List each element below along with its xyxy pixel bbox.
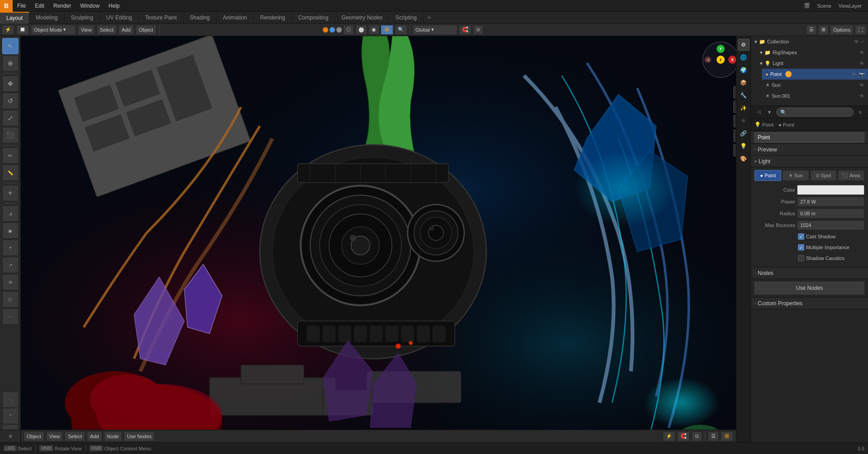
select-menu[interactable]: Select [97,25,117,35]
shading-wire[interactable]: ⬡ [343,25,354,35]
tab-scripting[interactable]: Scripting [389,12,424,24]
light-type-sun[interactable]: ☀ Sun [782,170,809,181]
props-icon-constraints[interactable]: 🔗 [738,128,750,139]
extra-tool-3[interactable]: ⌖ [2,240,19,256]
gizmo-neg-x-axis[interactable]: -X [705,57,711,63]
tab-sculpting[interactable]: Sculpting [65,12,100,24]
left-bottom-btn[interactable]: ⊕ [0,430,21,442]
rotate-tool-btn[interactable]: ↺ [2,93,19,109]
menu-file[interactable]: File [13,0,30,12]
props-icon-material[interactable]: 🎨 [738,153,750,165]
vp-object-btn[interactable]: Object [24,431,44,441]
multiple-importance-checkbox[interactable]: ✓ Multiple Importance [798,244,849,251]
vp-snap-icon[interactable]: 🧲 [677,431,690,441]
props-icon-object[interactable]: 📦 [738,77,750,89]
point-camera-icon[interactable]: 📷 [859,72,864,77]
tab-geometry-nodes[interactable]: Geometry Nodes [335,12,389,24]
object-name-input[interactable] [755,132,864,142]
preview-section-header[interactable]: › Preview [751,144,868,156]
collection-item-sun001[interactable]: ☀ Sun.001 👁 [762,90,868,101]
collection-item-sun[interactable]: ☀ Sun 👁 [762,80,868,90]
gizmo-x-axis[interactable]: X [728,56,736,64]
vp-viewport-shading[interactable]: 🔆 [721,431,733,441]
custom-props-section-header[interactable]: › Custom Properties [751,298,868,309]
options-btn[interactable]: Options [830,25,854,35]
select-tool-btn[interactable]: ↖ [2,38,19,54]
shading-material[interactable]: ◉ [368,25,379,35]
collection-item-rigshapes[interactable]: ▾ 📁 RigShapes 👁 [756,47,868,58]
tab-shading[interactable]: Shading [184,12,217,24]
vp-proportional-icon[interactable]: ⊙ [692,431,702,441]
proportional-btn[interactable]: ⊙ [473,25,483,35]
view-layer-selector[interactable]: ViewLayer [836,2,864,9]
max-bounces-input[interactable]: 1024 [797,220,864,230]
collection-item-point[interactable]: ● Point 👁 📷 [762,69,868,80]
collection-item-light[interactable]: ▾ 💡 Light 👁 [756,58,868,69]
tab-uv-editing[interactable]: UV Editing [100,12,139,24]
scene-selector[interactable]: Scene [815,2,834,9]
sun-eye-icon[interactable]: 👁 [859,82,864,88]
radius-input[interactable]: 0.08 m [797,208,864,218]
props-icon-output[interactable]: ⚙ [738,39,750,51]
snap-btn[interactable]: 🧲 [459,25,472,35]
props-icon-modifier[interactable]: 🔧 [738,90,750,101]
cursor-tool-btn[interactable]: ⊕ [2,55,19,71]
scale-tool-btn[interactable]: ⤢ [2,110,19,126]
add-menu[interactable]: Add [118,25,134,35]
extra-tool-6[interactable]: ⬡ [2,291,19,307]
menu-edit[interactable]: Edit [30,0,49,12]
menu-render[interactable]: Render [49,0,75,12]
light-type-spot[interactable]: ⊙ Spot [810,170,837,181]
light-section-header[interactable]: ▾ Light [751,156,868,167]
vp-node-btn[interactable]: Node [104,431,122,441]
transform-tool-btn[interactable]: ⬛ [2,127,19,143]
engine-selector[interactable]: 🎬 [801,2,813,9]
gizmo-btn[interactable]: ⊞ [818,25,829,35]
viewport-3d[interactable]: Y X -X Z 📷 ⊕ ✋ + ⊞ [21,36,750,430]
props-icon-view[interactable]: 🌐 [738,52,750,63]
extra-tool-8[interactable]: ⋱ [2,392,19,408]
vp-overlay-icon[interactable]: ☰ [708,431,719,441]
measure-tool-btn[interactable]: 📏 [2,165,19,181]
tab-rendering[interactable]: Rendering [254,12,292,24]
extra-tool-5[interactable]: ⟳ [2,274,19,290]
shading-render[interactable]: 🔆 [381,25,393,35]
props-filter-btn[interactable]: ▼ [764,107,774,117]
shadow-caustics-checkbox[interactable]: Shadow Caustics [798,255,844,261]
move-tool-btn[interactable]: ✥ [2,76,19,92]
add-object-btn[interactable]: + [2,185,19,201]
props-settings-btn[interactable]: ≡ [855,107,865,117]
breadcrumb-point-name[interactable]: ● Point [778,122,794,128]
overlay-btn[interactable]: ☰ [806,25,817,35]
fullscreen-btn[interactable]: ⛶ [855,25,866,35]
point-eye-icon[interactable]: 👁 [851,71,856,77]
extra-tool-7[interactable]: ⋯ [2,308,19,325]
props-icon-world[interactable]: 🌍 [738,64,750,76]
tab-texture-paint[interactable]: Texture Paint [139,12,184,24]
transform-space[interactable]: Global ▾ [412,25,458,35]
collection-exclude-icon[interactable]: ✓ [861,39,864,44]
sun001-eye-icon[interactable]: 👁 [859,93,864,99]
light-type-point[interactable]: ● Point [755,170,781,181]
annotate-tool-btn[interactable]: ✏ [2,147,19,164]
collection-item-collection[interactable]: ▾ 📁 Collection 👁 ✓ [751,36,868,47]
extra-tool-2[interactable]: ◉ [2,222,19,239]
vp-add-btn[interactable]: Add [87,431,102,441]
breadcrumb-point-light-icon[interactable]: 💡 Point [755,122,774,128]
gizmo-circle[interactable]: Y X -X Z [703,42,739,78]
props-icon-particles[interactable]: ✨ [738,102,750,114]
mode-selector[interactable]: Object Mode ▾ [31,25,76,35]
toolbar-icon-2[interactable]: 🔲 [16,25,29,35]
tab-animation[interactable]: Animation [217,12,254,24]
object-menu[interactable]: Object [136,25,156,35]
color-picker[interactable] [797,185,864,195]
props-icon-physics[interactable]: ⚛ [738,115,750,127]
collection-eye-icon[interactable]: 👁 [854,39,859,44]
extra-tool-1[interactable]: ⊿ [2,205,19,222]
vp-use-nodes-btn[interactable]: Use Nodes [124,431,155,441]
power-input[interactable]: 27.8 W [797,197,864,207]
extra-tool-9[interactable]: ⌃ [2,408,19,424]
shading-solid[interactable]: ⬤ [355,25,367,35]
light-eye-icon[interactable]: 👁 [859,61,864,66]
use-nodes-button[interactable]: Use Nodes [755,282,864,294]
